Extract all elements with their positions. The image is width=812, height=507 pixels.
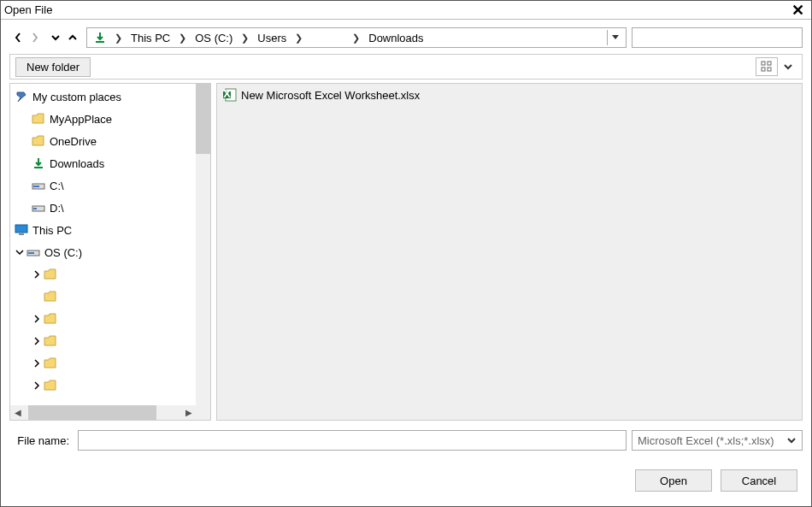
chevron-up-icon <box>68 33 78 42</box>
breadcrumb-root-icon[interactable] <box>91 32 109 44</box>
chevron-right-icon[interactable] <box>31 337 43 345</box>
breadcrumb-seg[interactable]: This PC <box>127 32 174 44</box>
triangle-down-icon <box>611 34 620 41</box>
folder-icon <box>31 113 46 125</box>
toolbar: New folder <box>9 54 803 80</box>
breadcrumb-sep: ❯ <box>290 32 308 44</box>
breadcrumb-sep: ❯ <box>109 32 127 44</box>
sidebar-subfolder[interactable] <box>10 263 210 286</box>
chevron-right-icon[interactable] <box>31 381 43 390</box>
folder-icon <box>43 313 58 325</box>
svg-rect-11 <box>28 252 34 254</box>
cancel-button[interactable]: Cancel <box>721 469 797 492</box>
sidebar-item-myappplace[interactable]: MyAppPlace <box>10 108 210 130</box>
sidebar-subfolder[interactable] <box>10 374 210 397</box>
file-type-filter[interactable]: Microsoft Excel (*.xls;*.xlsx) <box>632 430 803 451</box>
up-button[interactable] <box>66 29 79 46</box>
chevron-right-icon[interactable] <box>31 315 43 323</box>
sidebar-subfolder[interactable] <box>10 352 210 374</box>
filter-label: Microsoft Excel (*.xls;*.xlsx) <box>638 434 774 447</box>
pin-icon <box>14 90 29 103</box>
svg-rect-3 <box>768 68 771 71</box>
scroll-left-icon[interactable]: ◀ <box>10 405 25 420</box>
sidebar-item-drive-c[interactable]: C:\ <box>10 174 210 197</box>
folder-icon <box>31 135 46 147</box>
drive-icon <box>26 247 41 257</box>
folder-icon <box>43 357 58 369</box>
breadcrumb-bar[interactable]: ❯ This PC ❯ OS (C:) ❯ Users ❯ ❯ Download… <box>86 27 627 48</box>
chevron-down-icon[interactable] <box>14 249 26 256</box>
search-input[interactable] <box>633 28 802 47</box>
breadcrumb-seg[interactable]: Users <box>254 32 290 44</box>
view-mode-button[interactable] <box>756 57 778 76</box>
file-list[interactable]: X New Microsoft Excel Worksheet.xlsx <box>216 83 803 421</box>
file-item[interactable]: X New Microsoft Excel Worksheet.xlsx <box>222 85 797 104</box>
drive-icon <box>31 203 46 213</box>
monitor-icon <box>14 224 29 236</box>
sidebar-header-label: My custom places <box>32 91 121 103</box>
filename-label: File name: <box>9 434 78 447</box>
folder-icon <box>43 291 58 303</box>
sidebar-item-downloads[interactable]: Downloads <box>10 152 210 174</box>
svg-text:X: X <box>223 88 231 100</box>
filename-input[interactable] <box>78 430 627 451</box>
excel-file-icon: X <box>222 88 238 102</box>
sidebar-vertical-scrollbar[interactable] <box>196 84 210 405</box>
new-folder-button[interactable]: New folder <box>15 57 91 77</box>
forward-button[interactable] <box>28 29 42 46</box>
chevron-down-icon <box>50 34 61 41</box>
svg-rect-7 <box>33 208 37 209</box>
sidebar-subfolder[interactable] <box>10 286 210 308</box>
grid-icon <box>761 61 773 73</box>
chevron-right-icon[interactable] <box>31 359 43 368</box>
back-button[interactable] <box>11 29 25 46</box>
folder-icon <box>43 380 58 392</box>
chevron-down-icon <box>786 437 797 444</box>
svg-rect-2 <box>762 68 765 71</box>
close-icon[interactable]: ✕ <box>788 1 808 20</box>
titlebar: Open File ✕ <box>1 1 811 20</box>
scroll-right-icon[interactable]: ▶ <box>181 405 196 420</box>
sidebar-subfolder[interactable] <box>10 308 210 330</box>
body: My custom places MyAppPlace OneDrive Dow <box>9 83 803 421</box>
breadcrumb-seg[interactable]: OS (C:) <box>191 32 236 44</box>
breadcrumb-sep: ❯ <box>174 32 191 44</box>
chevron-right-icon <box>31 32 39 44</box>
scrollbar-thumb[interactable] <box>28 405 156 420</box>
chevron-left-icon <box>14 32 22 44</box>
download-icon <box>94 32 106 44</box>
sidebar-item-label: D:\ <box>50 202 64 215</box>
sidebar-item-label: This PC <box>32 224 72 237</box>
sidebar-item-this-pc[interactable]: This PC <box>10 219 210 241</box>
search-box[interactable] <box>632 27 803 48</box>
action-row: Open Cancel <box>1 463 811 498</box>
folder-icon <box>43 335 58 347</box>
sidebar-item-onedrive[interactable]: OneDrive <box>10 130 210 152</box>
sidebar-item-label: OS (C:) <box>44 246 82 259</box>
breadcrumb-history-dropdown[interactable] <box>607 30 622 45</box>
sidebar-item-drive-d[interactable]: D:\ <box>10 197 210 219</box>
breadcrumb-seg[interactable]: Downloads <box>365 32 427 44</box>
sidebar-item-label: C:\ <box>50 180 64 192</box>
sidebar: My custom places MyAppPlace OneDrive Dow <box>9 83 211 421</box>
sidebar-item-label: MyAppPlace <box>50 113 112 126</box>
nav-row: ❯ This PC ❯ OS (C:) ❯ Users ❯ ❯ Download… <box>1 25 811 50</box>
recent-dropdown[interactable] <box>49 29 62 46</box>
scrollbar-thumb[interactable] <box>196 84 210 154</box>
drive-icon <box>31 180 46 191</box>
file-name: New Microsoft Excel Worksheet.xlsx <box>241 89 420 102</box>
svg-rect-5 <box>33 186 39 187</box>
sidebar-header-places[interactable]: My custom places <box>10 85 210 108</box>
sidebar-subfolder[interactable] <box>10 330 210 352</box>
sidebar-item-label: OneDrive <box>50 135 97 148</box>
view-mode-dropdown[interactable] <box>780 57 797 76</box>
sidebar-item-os-c[interactable]: OS (C:) <box>10 241 210 263</box>
svg-rect-1 <box>768 62 771 65</box>
sidebar-horizontal-scrollbar[interactable]: ◀ ▶ <box>10 405 196 420</box>
chevron-right-icon[interactable] <box>31 270 43 279</box>
sidebar-item-label: Downloads <box>50 157 104 170</box>
chevron-down-icon <box>783 63 793 70</box>
download-icon <box>31 157 46 169</box>
open-button[interactable]: Open <box>635 469 712 492</box>
folder-icon <box>43 268 58 280</box>
